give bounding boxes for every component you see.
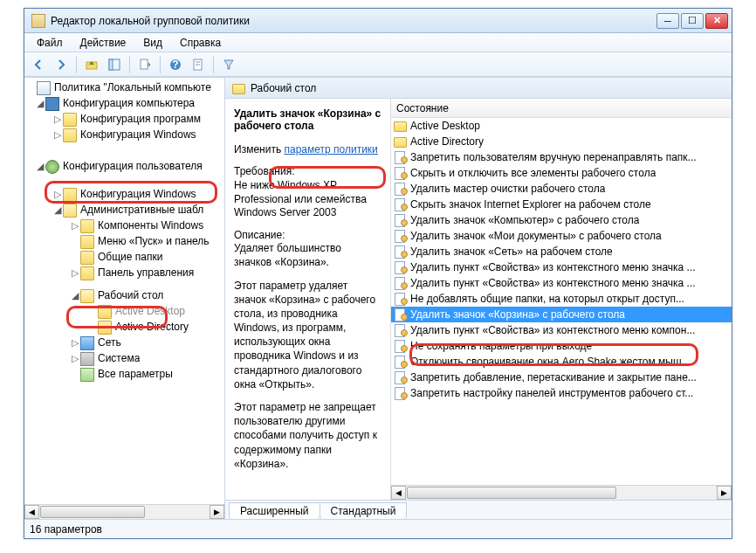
- list-policy-item[interactable]: Запретить добавление, перетаскивание и з…: [391, 370, 732, 385]
- forward-button[interactable]: [51, 55, 72, 74]
- tree-item[interactable]: ▷Панель управления: [24, 265, 224, 280]
- list-folder[interactable]: Active Desktop: [391, 118, 732, 134]
- list-policy-item[interactable]: Удалить мастер очистки рабочего стола: [391, 181, 732, 197]
- list-hscrollbar[interactable]: ◀ ▶: [391, 485, 732, 500]
- export-button[interactable]: [134, 55, 155, 74]
- list-policy-item[interactable]: Не сохранять параметры при выходе: [391, 338, 732, 354]
- policy-icon: [393, 386, 407, 400]
- scroll-left-icon[interactable]: ◀: [391, 486, 406, 500]
- tree-item[interactable]: ▷Конфигурация Windows: [24, 127, 224, 142]
- svg-rect-2: [109, 59, 113, 70]
- tree-item[interactable]: ▷Сеть: [24, 335, 224, 350]
- menubar: Файл Действие Вид Справка: [24, 33, 732, 52]
- svg-text:?: ?: [172, 59, 178, 71]
- titlebar[interactable]: Редактор локальной групповой политики ─ …: [24, 9, 732, 33]
- scroll-left-icon[interactable]: ◀: [24, 505, 39, 519]
- folder-icon: [393, 135, 407, 149]
- policy-icon: [393, 276, 407, 290]
- menu-help[interactable]: Справка: [171, 35, 230, 51]
- maximize-button[interactable]: ☐: [681, 13, 704, 29]
- minimize-button[interactable]: ─: [656, 13, 679, 29]
- list-policy-item[interactable]: Удалить пункт «Свойства» из контекстного…: [391, 275, 732, 291]
- tree-computer-config[interactable]: ◢Конфигурация компьютера: [24, 95, 224, 111]
- menu-action[interactable]: Действие: [72, 35, 135, 51]
- tree-item[interactable]: Все параметры: [24, 366, 224, 382]
- requirements-text: Не ниже Windows XP Professional или семе…: [234, 179, 367, 218]
- content-title: Рабочий стол: [251, 82, 316, 94]
- description-label: Описание:: [234, 229, 285, 241]
- tree-item[interactable]: Общие папки: [24, 249, 224, 265]
- policy-icon: [393, 197, 407, 211]
- policy-icon: [393, 370, 407, 384]
- tree-item[interactable]: Меню «Пуск» и панель: [24, 233, 224, 249]
- properties-button[interactable]: [188, 55, 209, 74]
- menu-view[interactable]: Вид: [134, 35, 171, 51]
- svg-rect-3: [141, 59, 148, 69]
- policy-icon: [393, 260, 407, 274]
- app-icon: [31, 14, 45, 28]
- description-short: Удаляет большинство значков «Корзина».: [234, 242, 341, 268]
- list-policy-item[interactable]: Скрыть и отключить все элементы рабочего…: [391, 165, 732, 181]
- list-policy-item[interactable]: Удалить пункт «Свойства» из контекстного…: [391, 259, 732, 275]
- show-hide-tree-button[interactable]: [104, 55, 125, 74]
- tree-hscrollbar[interactable]: ◀ ▶: [24, 504, 224, 519]
- policy-icon: [393, 182, 407, 196]
- filter-button[interactable]: [218, 55, 239, 74]
- tree-item[interactable]: Active Desktop: [24, 303, 224, 319]
- tree-admin-templates[interactable]: ◢Административные шабл: [24, 202, 224, 218]
- policy-icon: [393, 323, 407, 337]
- scroll-right-icon[interactable]: ▶: [717, 486, 732, 500]
- policy-icon: [393, 245, 407, 259]
- status-text: 16 параметров: [30, 523, 102, 536]
- list-folder[interactable]: Active Directory: [391, 134, 732, 149]
- list-policy-item[interactable]: Запретить настройку панелей инструментов…: [391, 385, 732, 401]
- policy-icon: [393, 229, 407, 243]
- policy-icon: [393, 166, 407, 180]
- tree-item[interactable]: ▷Конфигурация программ: [24, 111, 224, 127]
- list-policy-item[interactable]: Удалить пункт «Свойства» из контекстного…: [391, 322, 732, 338]
- tab-standard[interactable]: Стандартный: [320, 502, 408, 519]
- back-button[interactable]: [28, 55, 49, 74]
- tree-item[interactable]: ▷Система: [24, 350, 224, 366]
- tree-item[interactable]: ▷Компоненты Windows: [24, 218, 224, 233]
- gpedit-window: Редактор локальной групповой политики ─ …: [24, 8, 732, 539]
- scroll-thumb[interactable]: [407, 487, 616, 499]
- policy-icon: [393, 355, 407, 369]
- policy-tree[interactable]: Политика "Локальный компьюте ◢Конфигурац…: [24, 78, 224, 504]
- list-policy-item[interactable]: Скрыть значок Internet Explorer на рабоч…: [391, 197, 732, 212]
- tree-desktop[interactable]: ◢Рабочий стол: [24, 287, 224, 303]
- tree-user-config[interactable]: ◢Конфигурация пользователя: [24, 158, 224, 174]
- up-folder-button[interactable]: [81, 55, 102, 74]
- policy-icon: [393, 308, 407, 321]
- content-header: Рабочий стол: [225, 78, 732, 99]
- scroll-thumb[interactable]: [40, 506, 145, 518]
- policy-icon: [393, 150, 407, 164]
- policy-icon: [393, 213, 407, 227]
- tree-pane: Политика "Локальный компьюте ◢Конфигурац…: [24, 78, 225, 519]
- list-policy-item[interactable]: Отключить сворачивание окна Aero Shake ж…: [391, 354, 732, 370]
- policy-title: Удалить значок «Корзина» с рабочего стол…: [234, 107, 381, 133]
- menu-file[interactable]: Файл: [28, 35, 72, 51]
- list-policy-item[interactable]: Удалить значок «Сеть» на рабочем столе: [391, 244, 732, 259]
- folder-icon: [232, 84, 245, 94]
- list-policy-item[interactable]: Удалить значок «Компьютер» с рабочего ст…: [391, 212, 732, 228]
- policy-list[interactable]: Active DesktopActive DirectoryЗапретить …: [391, 118, 732, 485]
- edit-policy-link[interactable]: параметр политики: [284, 143, 377, 156]
- scroll-right-icon[interactable]: ▶: [210, 505, 224, 519]
- tree-root[interactable]: Политика "Локальный компьюте: [24, 79, 224, 95]
- tab-extended[interactable]: Расширенный: [229, 502, 320, 519]
- description-note: Этот параметр не запрещает пользователю …: [234, 400, 381, 471]
- description-long: Этот параметр удаляет значок «Корзина» с…: [234, 279, 381, 392]
- tree-item[interactable]: Active Directory: [24, 319, 224, 335]
- list-column-header[interactable]: Состояние: [391, 99, 732, 118]
- help-button[interactable]: ?: [165, 55, 186, 74]
- list-policy-item[interactable]: Удалить значок «Корзина» с рабочего стол…: [391, 307, 732, 322]
- tree-item[interactable]: ▷Конфигурация Windows: [24, 186, 224, 202]
- list-policy-item[interactable]: Не добавлять общие папки, на которыл отк…: [391, 291, 732, 307]
- requirements-label: Требования:: [234, 165, 295, 177]
- close-button[interactable]: ✕: [705, 13, 728, 29]
- list-policy-item[interactable]: Запретить пользователям вручную перенапр…: [391, 149, 732, 165]
- list-pane: Состояние Active DesktopActive Directory…: [391, 99, 732, 500]
- list-policy-item[interactable]: Удалить значок «Мои документы» с рабочег…: [391, 228, 732, 244]
- statusbar: 16 параметров: [24, 519, 732, 538]
